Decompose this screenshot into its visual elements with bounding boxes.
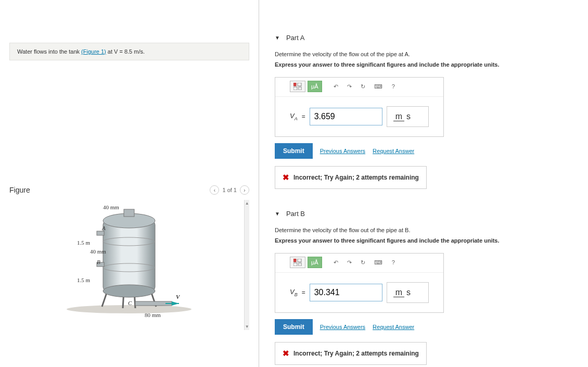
part-a-submit-button[interactable]: Submit — [275, 143, 313, 159]
svg-rect-20 — [293, 259, 296, 262]
svg-rect-21 — [298, 259, 301, 262]
part-b-units[interactable]: ms — [387, 282, 429, 303]
part-b-var-label: VB — [290, 288, 298, 297]
part-a-value-input[interactable] — [310, 108, 382, 125]
part-b-feedback-text: Incorrect; Try Again; 2 attempts remaini… — [293, 350, 419, 357]
part-a-answer-block: μÅ ↶ ↷ ↻ ⌨ ? VA = ms — [275, 77, 444, 137]
figure-next-button[interactable]: › — [240, 185, 249, 195]
label-top-pipe: 40 mm — [103, 204, 119, 210]
figure-image: 40 mm A 1.5 m 40 mm B 1.5 m C V 80 mm — [9, 200, 244, 330]
svg-rect-11 — [97, 231, 104, 235]
part-a-feedback-text: Incorrect; Try Again; 2 attempts remaini… — [293, 174, 419, 181]
collapse-icon[interactable]: ▼ — [275, 211, 280, 217]
figure-prev-button[interactable]: ‹ — [210, 185, 219, 195]
part-b-request-answer-link[interactable]: Request Answer — [373, 324, 414, 330]
label-height-upper: 1.5 m — [77, 239, 90, 246]
scroll-down-icon[interactable]: ▼ — [245, 323, 249, 330]
part-a-request-answer-link[interactable]: Request Answer — [373, 148, 414, 154]
part-b-previous-answers-link[interactable]: Previous Answers — [320, 324, 365, 330]
help-icon[interactable]: ? — [388, 257, 399, 268]
part-b-value-input[interactable] — [310, 284, 382, 301]
label-A: A — [102, 225, 106, 231]
part-a-header: ▼ Part A — [275, 34, 572, 42]
part-a-units[interactable]: ms — [387, 106, 429, 127]
svg-rect-5 — [103, 221, 155, 291]
keyboard-icon[interactable]: ⌨ — [371, 257, 386, 268]
part-b-feedback: ✖ Incorrect; Try Again; 2 attempts remai… — [275, 342, 427, 365]
scroll-up-icon[interactable]: ▲ — [245, 200, 249, 207]
greek-icon[interactable]: μÅ — [308, 257, 322, 268]
part-b-title: Part B — [286, 210, 305, 218]
svg-rect-16 — [293, 83, 296, 86]
svg-rect-23 — [299, 263, 301, 266]
part-a-title: Part A — [286, 34, 304, 42]
collapse-icon[interactable]: ▼ — [275, 35, 280, 41]
undo-icon[interactable]: ↶ — [330, 257, 342, 268]
equals-sign: = — [302, 289, 305, 296]
help-icon[interactable]: ? — [388, 81, 399, 92]
figure-title: Figure — [9, 186, 30, 194]
redo-icon[interactable]: ↷ — [344, 81, 355, 92]
part-b-toolbar: μÅ ↶ ↷ ↻ ⌨ ? — [275, 254, 443, 272]
right-panel: ▼ Part A Determine the velocity of the f… — [259, 0, 588, 367]
part-a-previous-answers-link[interactable]: Previous Answers — [320, 148, 365, 154]
part-a-actions: Submit Previous Answers Request Answer — [275, 143, 572, 159]
figure-link[interactable]: (Figure 1) — [81, 48, 106, 55]
svg-point-7 — [103, 285, 155, 297]
part-b-actions: Submit Previous Answers Request Answer — [275, 319, 572, 335]
figure-scrollbar[interactable]: ▲ ▼ — [244, 200, 249, 330]
redo-icon[interactable]: ↷ — [344, 257, 355, 268]
greek-icon[interactable]: μÅ — [308, 81, 322, 92]
svg-rect-19 — [299, 87, 301, 90]
template-icon[interactable] — [290, 257, 305, 268]
label-B: B — [97, 259, 100, 265]
problem-prefix: Water flows into the tank — [17, 48, 81, 55]
undo-icon[interactable]: ↶ — [330, 81, 342, 92]
reset-icon[interactable]: ↻ — [357, 257, 369, 268]
part-b-header: ▼ Part B — [275, 210, 572, 218]
label-V: V — [176, 294, 180, 300]
problem-statement: Water flows into the tank (Figure 1) at … — [9, 43, 249, 60]
svg-rect-22 — [293, 263, 297, 266]
incorrect-icon: ✖ — [283, 173, 289, 182]
figure-nav: ‹ 1 of 1 › — [210, 185, 249, 195]
label-bottom-pipe: 80 mm — [145, 312, 161, 318]
part-a-toolbar: μÅ ↶ ↷ ↻ ⌨ ? — [275, 78, 443, 96]
part-b-question: Determine the velocity of the flow out o… — [275, 227, 572, 233]
svg-point-0 — [67, 305, 191, 313]
label-height-lower: 1.5 m — [77, 277, 90, 283]
label-C: C — [128, 300, 132, 306]
part-a-question: Determine the velocity of the flow out o… — [275, 51, 572, 57]
part-a-var-label: VA — [290, 112, 298, 121]
left-panel: Water flows into the tank (Figure 1) at … — [0, 0, 259, 367]
svg-rect-17 — [298, 83, 301, 86]
problem-suffix: at V = 8.5 m/s. — [106, 48, 145, 55]
template-icon[interactable] — [290, 81, 305, 92]
equals-sign: = — [302, 113, 305, 120]
part-a-instruction: Express your answer to three significant… — [275, 61, 572, 68]
label-mid-pipe: 40 mm — [90, 248, 106, 255]
part-b-instruction: Express your answer to three significant… — [275, 237, 572, 244]
part-a-feedback: ✖ Incorrect; Try Again; 2 attempts remai… — [275, 166, 427, 189]
figure-section: Figure ‹ 1 of 1 › — [9, 185, 249, 330]
keyboard-icon[interactable]: ⌨ — [371, 81, 386, 92]
figure-nav-text: 1 of 1 — [222, 187, 237, 193]
incorrect-icon: ✖ — [283, 349, 289, 358]
svg-rect-10 — [124, 209, 134, 217]
reset-icon[interactable]: ↻ — [357, 81, 369, 92]
part-b-submit-button[interactable]: Submit — [275, 319, 313, 335]
svg-rect-18 — [293, 87, 297, 90]
part-b-answer-block: μÅ ↶ ↷ ↻ ⌨ ? VB = ms — [275, 253, 444, 313]
